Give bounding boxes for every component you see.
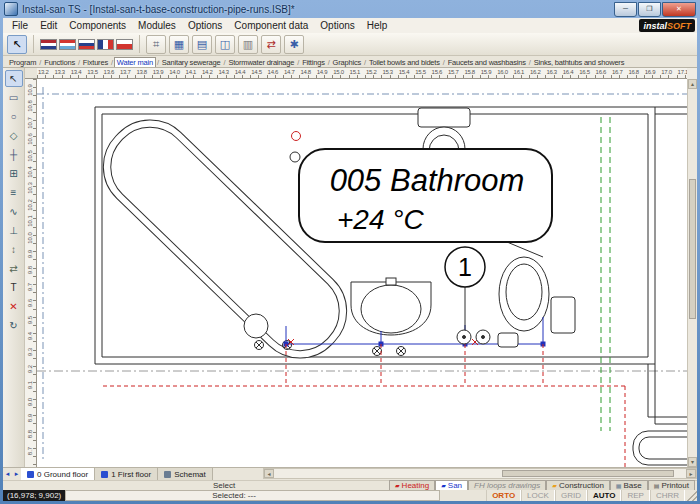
ruler-label: 13.9 <box>153 69 163 75</box>
connect-tool-button[interactable]: ⊥ <box>5 222 23 239</box>
menu-modules[interactable]: Modules <box>132 19 182 32</box>
menu-components[interactable]: Components <box>63 19 132 32</box>
keyboard-button[interactable]: ⌗ <box>146 35 166 54</box>
menu-file[interactable]: File <box>6 19 34 32</box>
tab-stormwater-drainage[interactable]: Stormwater drainage <box>226 58 296 67</box>
mode-tab-construction[interactable]: ▰Construction <box>546 480 610 490</box>
minimize-button[interactable]: ─ <box>614 2 637 17</box>
tab-functions[interactable]: Functions <box>42 58 77 67</box>
maximize-button[interactable]: ❐ <box>638 2 661 17</box>
horizontal-scroll-thumb[interactable] <box>502 470 675 477</box>
move-vertical-tool-button[interactable]: ↕ <box>5 241 23 258</box>
title-bar[interactable]: Instal-san TS - [Instal-san-t-base-const… <box>0 0 700 18</box>
flag-fr-icon[interactable] <box>97 39 114 50</box>
layers-tool-button[interactable]: ≡ <box>5 184 23 201</box>
menu-options[interactable]: Options <box>314 19 360 32</box>
horizontal-ruler: 13.213.313.413.513.613.713.813.914.014.1… <box>37 68 687 79</box>
menu-options[interactable]: Options <box>182 19 228 32</box>
washbasin[interactable] <box>351 278 431 335</box>
logo-text-1: instal <box>643 21 667 31</box>
logo-text-2: SOFT <box>667 21 691 31</box>
ruler-label: 10.5 <box>27 148 33 164</box>
mode-tab-printout[interactable]: ▤Printout <box>648 480 695 490</box>
tab-program[interactable]: Program <box>7 58 38 67</box>
mode-tab-base[interactable]: ▦Base <box>610 480 648 490</box>
hot-water-pipes[interactable] <box>103 344 625 467</box>
toggle-rep[interactable]: REP <box>621 490 649 501</box>
ruler-label: 15.1 <box>350 69 360 75</box>
floor-nav-arrow[interactable]: ▸ <box>12 470 21 478</box>
mode-tab-fh-loops-drawings[interactable]: FH loops drawings <box>468 480 546 490</box>
mode-tab-label: Base <box>624 482 642 490</box>
riser-symbols[interactable] <box>290 132 301 163</box>
node-tool-button[interactable]: ◇ <box>5 127 23 144</box>
neighbor-fixture[interactable] <box>633 431 687 465</box>
ruler-label: 15.6 <box>432 69 442 75</box>
flag-pl-icon[interactable] <box>116 39 133 50</box>
horizontal-scrollbar[interactable]: ◂ ▸ <box>263 468 697 479</box>
cad-drawing[interactable]: 005 Bathroom +24 °C 1 <box>37 79 687 467</box>
tab-sinks-bathtubs-and-showers[interactable]: Sinks, bathtubs and showers <box>532 58 627 67</box>
grid-tool-button[interactable]: ⊞ <box>5 165 23 182</box>
rect-tool-button[interactable]: ▭ <box>5 89 23 106</box>
floor-tab-icon <box>164 471 171 478</box>
vertical-scrollbar[interactable]: ▴ ▾ <box>687 79 697 467</box>
flag-lu-icon[interactable] <box>59 39 76 50</box>
mode-tab-heating[interactable]: ▰Heating <box>389 480 435 490</box>
toggle-auto[interactable]: AUTO <box>587 490 622 501</box>
scroll-right-icon[interactable]: ▸ <box>686 469 696 478</box>
point-marker[interactable]: 1 <box>445 247 485 330</box>
toggle-orto[interactable]: ORTO <box>486 490 521 501</box>
text-tool-button[interactable]: T <box>5 279 23 296</box>
pipe-tool-icon: ∿ <box>9 207 17 217</box>
table-button[interactable]: ▦ <box>169 35 189 54</box>
rotate-tool-button[interactable]: ↻ <box>5 317 23 334</box>
close-button[interactable]: ✕ <box>662 2 696 17</box>
select-tool-button[interactable]: ↖ <box>5 70 23 87</box>
ruler-label: 15.9 <box>481 69 491 75</box>
circle-tool-button[interactable]: ○ <box>5 108 23 125</box>
floor-tab-icon <box>101 471 108 478</box>
menu-component-data[interactable]: Component data <box>228 19 314 32</box>
toggle-chrr[interactable]: CHRR <box>650 490 685 501</box>
resize-grip[interactable] <box>685 490 697 501</box>
vertical-ruler: 10.910.810.710.610.510.410.310.210.110.0… <box>25 79 37 467</box>
list-button[interactable]: ▥ <box>238 35 258 54</box>
toggle-grid[interactable]: GRID <box>555 490 587 501</box>
tab-sanitary-sewerage[interactable]: Sanitary sewerage <box>160 58 223 67</box>
drawing-area[interactable]: 005 Bathroom +24 °C 1 <box>37 79 687 467</box>
flag-ru-icon[interactable] <box>78 39 95 50</box>
floor-nav-arrow[interactable]: ◂ <box>3 470 12 478</box>
move-horizontal-tool-button[interactable]: ⇄ <box>5 260 23 277</box>
select-pointer-button[interactable]: ↖ <box>7 35 27 54</box>
room-label[interactable]: 005 Bathroom +24 °C <box>299 149 552 242</box>
pipe-tool-button[interactable]: ∿ <box>5 203 23 220</box>
data-table-button[interactable]: ▤ <box>192 35 212 54</box>
floor-tab-0-ground-floor[interactable]: 0 Ground floor <box>21 468 95 480</box>
sync-button[interactable]: ⇄ <box>261 35 281 54</box>
scroll-up-icon[interactable]: ▴ <box>688 79 697 89</box>
ruler-label: 10.0 <box>27 230 33 246</box>
tab-fittings[interactable]: Fittings <box>300 58 327 67</box>
scroll-left-icon[interactable]: ◂ <box>264 469 274 478</box>
toilet-right[interactable] <box>499 257 575 333</box>
floor-tab-schemat[interactable]: Schemat <box>158 468 213 480</box>
tab-fixtures[interactable]: Fixtures <box>81 58 110 67</box>
scroll-down-icon[interactable]: ▾ <box>688 457 697 467</box>
tab-graphics[interactable]: Graphics <box>331 58 363 67</box>
tab-water-main[interactable]: Water main <box>114 57 156 67</box>
menu-help[interactable]: Help <box>361 19 394 32</box>
floor-tab-1-first-floor[interactable]: 1 First floor <box>95 468 158 480</box>
tab-faucets-and-washbasins[interactable]: Faucets and washbasins <box>446 58 528 67</box>
vertical-scroll-thumb[interactable] <box>689 179 696 319</box>
toggle-lock[interactable]: LOCK <box>521 490 555 501</box>
menu-edit[interactable]: Edit <box>34 19 63 32</box>
flag-nl-icon[interactable] <box>40 39 57 50</box>
ruler-label: 16.7 <box>612 69 622 75</box>
gear-button[interactable]: ✱ <box>284 35 304 54</box>
crosshair-tool-button[interactable]: ┼ <box>5 146 23 163</box>
mode-tab-san[interactable]: ▰San <box>435 480 468 490</box>
delete-tool-button[interactable]: ✕ <box>5 298 23 315</box>
tab-toilet-bowls-and-bidets[interactable]: Toilet bowls and bidets <box>367 58 442 67</box>
split-view-button[interactable]: ◫ <box>215 35 235 54</box>
